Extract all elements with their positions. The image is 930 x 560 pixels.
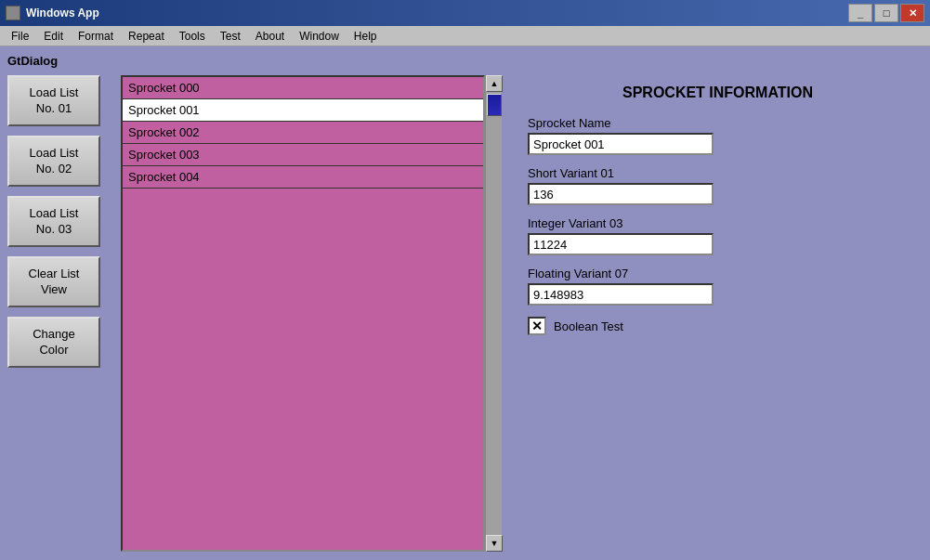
float-variant-input[interactable] bbox=[528, 283, 714, 306]
dialog-label: GtDialog bbox=[7, 54, 923, 68]
list-item[interactable]: Sprocket 001 bbox=[123, 99, 483, 122]
list-item[interactable]: Sprocket 003 bbox=[123, 144, 483, 166]
menu-repeat[interactable]: Repeat bbox=[121, 28, 172, 45]
list-empty-area bbox=[123, 189, 483, 467]
menu-test[interactable]: Test bbox=[213, 28, 248, 45]
short-variant-input[interactable] bbox=[528, 183, 714, 205]
button-panel: Load ListNo. 01 Load ListNo. 02 Load Lis… bbox=[7, 75, 110, 552]
close-button[interactable]: ✕ bbox=[900, 4, 924, 22]
info-title: SPROCKET INFORMATION bbox=[528, 85, 908, 101]
app-title: Windows App bbox=[26, 7, 99, 20]
list-container: Sprocket 000 Sprocket 001 Sprocket 002 S… bbox=[121, 75, 502, 552]
menu-tools[interactable]: Tools bbox=[172, 28, 213, 45]
load-list-1-button[interactable]: Load ListNo. 01 bbox=[7, 75, 100, 126]
menu-window[interactable]: Window bbox=[292, 28, 347, 45]
info-panel: SPROCKET INFORMATION Sprocket Name Short… bbox=[513, 75, 923, 552]
change-color-button[interactable]: ChangeColor bbox=[7, 317, 100, 368]
scrollbar: ▲ ▼ bbox=[485, 75, 502, 552]
main-area: Load ListNo. 01 Load ListNo. 02 Load Lis… bbox=[7, 75, 923, 552]
load-list-3-button[interactable]: Load ListNo. 03 bbox=[7, 196, 100, 247]
scroll-track bbox=[486, 92, 502, 535]
short-variant-group: Short Variant 01 bbox=[528, 166, 908, 205]
scroll-down-button[interactable]: ▼ bbox=[486, 535, 503, 552]
menu-file[interactable]: File bbox=[4, 28, 36, 45]
integer-variant-label: Integer Variant 03 bbox=[528, 216, 908, 230]
boolean-label: Boolean Test bbox=[554, 319, 623, 333]
load-list-2-button[interactable]: Load ListNo. 02 bbox=[7, 136, 100, 187]
list-item[interactable]: Sprocket 000 bbox=[123, 77, 483, 99]
minimize-button[interactable]: _ bbox=[848, 4, 872, 22]
menu-format[interactable]: Format bbox=[71, 28, 121, 45]
sprocket-name-label: Sprocket Name bbox=[528, 116, 908, 130]
menu-edit[interactable]: Edit bbox=[36, 28, 71, 45]
boolean-row: ✕ Boolean Test bbox=[528, 317, 908, 335]
integer-variant-input[interactable] bbox=[528, 233, 714, 255]
title-bar: Windows App _ □ ✕ bbox=[0, 0, 930, 26]
menu-about[interactable]: About bbox=[248, 28, 292, 45]
scroll-thumb[interactable] bbox=[487, 94, 502, 116]
list-item[interactable]: Sprocket 002 bbox=[123, 122, 483, 144]
boolean-checkbox[interactable]: ✕ bbox=[528, 317, 546, 335]
float-variant-group: Floating Variant 07 bbox=[528, 267, 908, 306]
float-variant-label: Floating Variant 07 bbox=[528, 267, 908, 280]
menu-help[interactable]: Help bbox=[347, 28, 385, 45]
integer-variant-group: Integer Variant 03 bbox=[528, 216, 908, 255]
menu-bar: File Edit Format Repeat Tools Test About… bbox=[0, 26, 930, 46]
short-variant-label: Short Variant 01 bbox=[528, 166, 908, 180]
list-items-wrapper: Sprocket 000 Sprocket 001 Sprocket 002 S… bbox=[121, 75, 485, 552]
app-icon bbox=[6, 6, 20, 20]
scroll-up-button[interactable]: ▲ bbox=[486, 75, 503, 92]
sprocket-name-input[interactable] bbox=[528, 133, 714, 155]
window-content: GtDialog Load ListNo. 01 Load ListNo. 02… bbox=[0, 46, 930, 560]
clear-list-button[interactable]: Clear ListView bbox=[7, 256, 100, 307]
maximize-button[interactable]: □ bbox=[874, 4, 898, 22]
checkbox-x-icon: ✕ bbox=[531, 319, 543, 332]
list-item[interactable]: Sprocket 004 bbox=[123, 166, 483, 189]
sprocket-name-group: Sprocket Name bbox=[528, 116, 908, 155]
